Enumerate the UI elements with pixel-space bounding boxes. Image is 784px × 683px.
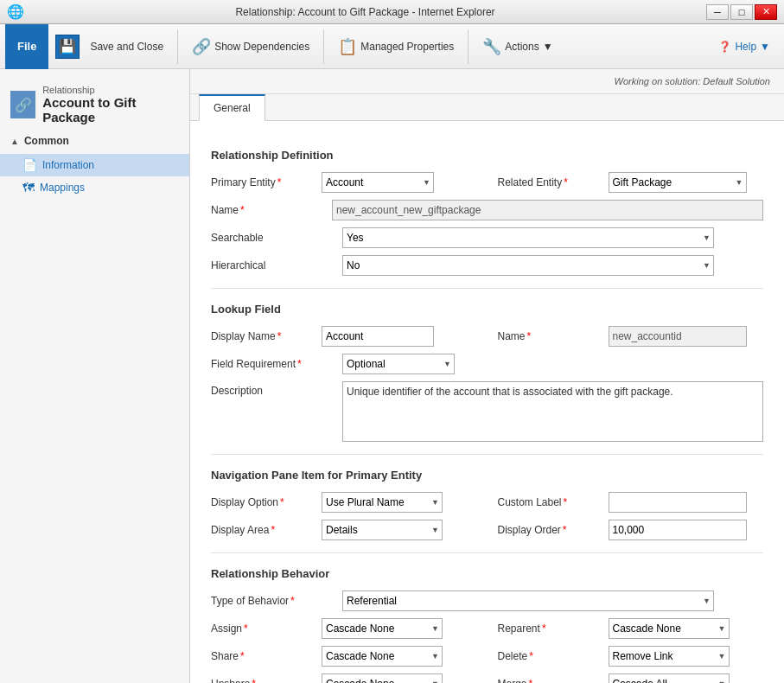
unshare-select[interactable]: Cascade None Cascade All [322, 673, 443, 683]
share-col: Share* Cascade None Cascade All [211, 646, 477, 667]
hierarchical-select[interactable]: No Yes [342, 255, 714, 276]
searchable-label: Searchable [211, 232, 332, 244]
actions-icon: 🔧 [482, 37, 501, 56]
display-order-label: Display Order* [498, 524, 602, 536]
separator-1 [177, 29, 178, 64]
entity-icon: 🔗 [10, 91, 35, 118]
solution-label: Working on solution: Default Solution [615, 76, 770, 86]
main-area: 🔗 Relationship Account to Gift Package ▲… [0, 69, 784, 683]
save-icon-button[interactable]: 💾 [55, 35, 80, 59]
breadcrumb-title: Account to Gift Package [42, 95, 179, 124]
field-requirement-select[interactable]: Optional Required Recommended [342, 354, 455, 374]
unshare-label: Unshare* [211, 678, 315, 683]
unshare-col: Unshare* Cascade None Cascade All [211, 673, 477, 683]
related-entity-label: Related Entity* [498, 176, 602, 188]
tab-general[interactable]: General [199, 94, 265, 121]
close-button[interactable]: ✕ [755, 4, 777, 20]
actions-button[interactable]: 🔧 Actions ▼ [475, 24, 559, 69]
toolbar: File 💾 Save and Close 🔗 Show Dependencie… [0, 24, 784, 69]
display-area-row: Display Area* Details Marketing Sales Di… [211, 520, 763, 540]
related-entity-select-wrapper: Gift Package [609, 172, 747, 193]
unshare-merge-row: Unshare* Cascade None Cascade All Merge* [211, 673, 763, 683]
merge-select[interactable]: Cascade All Cascade None [609, 673, 730, 683]
custom-label-input[interactable] [609, 492, 747, 513]
custom-label-col: Custom Label* [498, 492, 764, 513]
hierarchical-row: Hierarchical No Yes [211, 255, 763, 276]
display-area-label: Display Area* [211, 524, 315, 536]
type-of-behavior-row: Type of Behavior* Referential Parental C… [211, 590, 763, 611]
section-relationship-definition: Relationship Definition [211, 149, 763, 162]
managed-properties-button[interactable]: 📋 Managed Properties [331, 24, 461, 69]
title-bar: 🌐 Relationship: Account to Gift Package … [0, 0, 784, 24]
display-name-label: Display Name* [211, 330, 315, 342]
actions-label: Actions [505, 41, 539, 53]
display-option-select[interactable]: Use Plural Name Use Custom Label Do Not … [322, 492, 443, 513]
searchable-select[interactable]: Yes No [342, 227, 714, 248]
name2-label: Name* [498, 330, 602, 342]
solution-header: Working on solution: Default Solution [190, 69, 784, 94]
breadcrumb-parent: Relationship [42, 85, 179, 95]
display-option-col: Display Option* Use Plural Name Use Cust… [211, 492, 477, 513]
window-controls: ─ □ ✕ [706, 4, 777, 20]
share-select-wrapper: Cascade None Cascade All [322, 646, 443, 667]
type-of-behavior-select[interactable]: Referential Parental Configurable Cascad… [342, 590, 714, 611]
display-order-input[interactable] [609, 520, 747, 540]
merge-col: Merge* Cascade All Cascade None [498, 673, 764, 683]
description-textarea[interactable]: Unique identifier of the account that is… [342, 381, 763, 442]
toolbar-right: ❓ Help ▼ [710, 37, 779, 56]
help-icon: ❓ [718, 41, 731, 53]
nav-section-arrow: ▲ [10, 137, 19, 146]
nav-item-mappings-label: Mappings [40, 182, 85, 194]
information-icon: 📄 [22, 158, 37, 172]
display-area-select-wrapper: Details Marketing Sales [322, 520, 443, 540]
primary-entity-select[interactable]: Account [322, 172, 434, 193]
merge-select-wrapper: Cascade All Cascade None [609, 673, 730, 683]
managed-properties-label: Managed Properties [360, 41, 454, 53]
type-of-behavior-select-wrapper: Referential Parental Configurable Cascad… [342, 590, 714, 611]
nav-item-information-label: Information [42, 159, 94, 171]
searchable-select-wrapper: Yes No [342, 227, 714, 248]
primary-entity-select-wrapper: Account [322, 172, 434, 193]
delete-select-wrapper: Remove Link Cascade All [609, 646, 730, 667]
merge-label: Merge* [498, 678, 602, 683]
dependencies-icon: 🔗 [192, 37, 211, 56]
nav-section-label: Common [24, 135, 69, 147]
minimize-button[interactable]: ─ [706, 4, 729, 20]
delete-col: Delete* Remove Link Cascade All [498, 646, 764, 667]
display-name-col: Display Name* [211, 326, 477, 347]
show-dependencies-label: Show Dependencies [214, 41, 309, 53]
divider-2 [211, 454, 763, 455]
assign-label: Assign* [211, 622, 315, 635]
field-requirement-row: Field Requirement* Optional Required Rec… [211, 354, 763, 374]
related-entity-select[interactable]: Gift Package [609, 172, 747, 193]
file-button[interactable]: File [5, 24, 48, 69]
display-option-select-wrapper: Use Plural Name Use Custom Label Do Not … [322, 492, 443, 513]
name2-input[interactable] [609, 326, 747, 347]
show-dependencies-button[interactable]: 🔗 Show Dependencies [185, 24, 316, 69]
help-dropdown-icon: ▼ [760, 41, 770, 53]
delete-select[interactable]: Remove Link Cascade All [609, 646, 730, 667]
section-nav-pane: Navigation Pane Item for Primary Entity [211, 469, 763, 482]
display-option-label: Display Option* [211, 496, 315, 508]
reparent-col: Reparent* Cascade None Cascade All [498, 618, 764, 639]
share-label: Share* [211, 650, 315, 662]
separator-2 [323, 29, 324, 64]
help-button[interactable]: ❓ Help ▼ [710, 37, 779, 56]
save-and-close-button[interactable]: Save and Close [83, 24, 170, 69]
display-area-select[interactable]: Details Marketing Sales [322, 520, 443, 540]
restore-button[interactable]: □ [730, 4, 753, 20]
reparent-select[interactable]: Cascade None Cascade All [609, 618, 730, 639]
sidebar-item-information[interactable]: 📄 Information [0, 154, 189, 176]
name-input[interactable] [332, 200, 763, 220]
managed-props-icon: 📋 [338, 37, 357, 56]
hierarchical-select-wrapper: No Yes [342, 255, 714, 276]
form-content: Relationship Definition Primary Entity* … [190, 121, 784, 683]
share-select[interactable]: Cascade None Cascade All [322, 646, 443, 667]
assign-select[interactable]: Cascade None Cascade All [322, 618, 443, 639]
save-close-label: Save and Close [90, 41, 163, 53]
field-requirement-label: Field Requirement* [211, 358, 332, 370]
searchable-row: Searchable Yes No [211, 227, 763, 248]
display-name-input[interactable] [322, 326, 434, 347]
sidebar-item-mappings[interactable]: 🗺 Mappings [0, 176, 189, 199]
primary-entity-col: Primary Entity* Account [211, 172, 477, 193]
